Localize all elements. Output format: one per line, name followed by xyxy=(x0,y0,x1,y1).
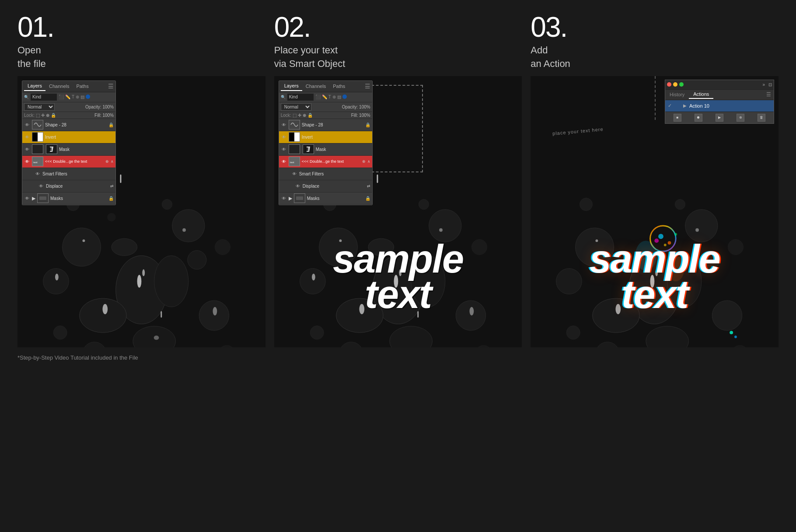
actions-stop-btn[interactable]: ■ xyxy=(674,114,681,122)
layer-name-displace-1: Displace xyxy=(46,184,108,189)
layer-name-invert-1: Invert xyxy=(45,135,114,140)
layer-row-smartobj-2[interactable]: 👁 text <<< Double...ge the text ⊕ ∧ xyxy=(279,156,372,168)
maximize-btn[interactable] xyxy=(679,82,684,87)
blend-mode-select-1[interactable]: Normal xyxy=(24,103,55,111)
actions-menu-icon[interactable]: ☰ xyxy=(764,91,774,98)
layer-eye-smart-1[interactable]: 👁 xyxy=(24,159,30,164)
layer-name-smartfilters-2: Smart Filters xyxy=(299,172,370,176)
layer-name-masks-2: Masks xyxy=(307,196,363,201)
layer-row-invert-2[interactable]: 👁 Invert xyxy=(279,131,372,144)
layer-row-mask-1[interactable]: 👁 Mask xyxy=(22,144,115,156)
layer-row-masks-2[interactable]: 👁 ▶ Masks 🔒 xyxy=(279,192,372,205)
layer-thumb-smart-1: text xyxy=(32,157,43,166)
layer-eye-invert-1[interactable]: 👁 xyxy=(24,135,30,140)
layer-eye-masks-1[interactable]: 👁 xyxy=(24,196,30,201)
steps-row: 01. Open the file xyxy=(17,9,779,347)
layer-name-mask-2: Mask xyxy=(316,147,370,152)
layer-lock-2: 🔒 xyxy=(365,122,370,127)
layer-eye-mask-2[interactable]: 👁 xyxy=(281,147,287,152)
actions-action-row[interactable]: ✓ ▶ Action 10 xyxy=(665,100,774,112)
layer-thumb-mask2-2 xyxy=(303,144,314,154)
layer-row-smartfilters-2[interactable]: 👁 Smart Filters xyxy=(279,168,372,180)
tab-history[interactable]: History xyxy=(665,91,689,98)
svg-point-45 xyxy=(399,269,401,276)
svg-rect-62 xyxy=(377,174,378,183)
svg-rect-31 xyxy=(32,145,43,154)
actions-delete-btn[interactable]: 🗑 xyxy=(758,114,765,122)
actions-header-icons: » ⊡ xyxy=(762,82,772,87)
layer-eye-smartfilters-1[interactable]: 👁 xyxy=(35,172,41,176)
step-2-canvas: sample text place your text here Layers … xyxy=(274,76,522,347)
panel-menu-icon-1[interactable]: ☰ xyxy=(108,83,114,90)
lock-label-2: Lock: xyxy=(281,113,291,118)
tab-channels-1[interactable]: Channels xyxy=(45,82,73,91)
layer-eye-masks-2[interactable]: 👁 xyxy=(281,196,287,201)
svg-point-6 xyxy=(137,275,142,287)
svg-text:text: text xyxy=(290,161,294,164)
action-name: Action 10 xyxy=(689,103,709,108)
step-1-panel-tabs: Layers Channels Paths ☰ xyxy=(22,81,115,92)
tab-paths-1[interactable]: Paths xyxy=(73,82,92,91)
tab-layers-2[interactable]: Layers xyxy=(281,81,302,91)
svg-point-55 xyxy=(312,273,315,280)
svg-point-25 xyxy=(53,326,67,339)
tab-channels-2[interactable]: Channels xyxy=(302,82,329,91)
svg-point-53 xyxy=(444,250,463,269)
actions-new-action-btn[interactable]: ⊕ xyxy=(737,114,744,122)
layer-eye-mask-1[interactable]: 👁 xyxy=(24,147,30,152)
step-2-number: 02. xyxy=(274,13,522,41)
svg-point-18 xyxy=(213,307,217,315)
layer-row-invert-1[interactable]: 👁 Invert xyxy=(22,131,115,144)
layer-name-smart-1: <<< Double...ge the text xyxy=(45,159,104,164)
layer-row-smartfilters-1[interactable]: 👁 Smart Filters xyxy=(22,168,115,180)
panel-menu-icon-2[interactable]: ☰ xyxy=(365,83,370,90)
svg-point-12 xyxy=(199,301,229,330)
actions-play-btn[interactable]: ▶ xyxy=(716,114,723,122)
search-input-1[interactable] xyxy=(31,94,57,101)
step-3-dashed-line xyxy=(655,76,656,120)
close-btn[interactable] xyxy=(667,82,671,87)
blend-mode-select-2[interactable]: Normal xyxy=(281,103,311,111)
layer-row-mask-2[interactable]: 👁 Mask xyxy=(279,144,372,156)
layer-eye-smartfilters-2[interactable]: 👁 xyxy=(291,172,297,176)
opacity-label-2: Opacity: 100% xyxy=(342,105,370,109)
svg-point-93 xyxy=(580,198,593,210)
svg-rect-67 xyxy=(289,145,300,154)
layer-row-masks-1[interactable]: 👁 ▶ Masks 🔒 xyxy=(22,192,115,205)
layer-eye-displace-2[interactable]: 👁 xyxy=(295,184,301,189)
layer-eye-displace-1[interactable]: 👁 xyxy=(38,184,44,189)
svg-point-94 xyxy=(675,199,685,209)
svg-point-19 xyxy=(154,336,159,340)
layer-row-shape28-2[interactable]: 👁 Shape - 28 🔒 xyxy=(279,119,372,131)
layer-eye-smart-2[interactable]: 👁 xyxy=(281,159,287,164)
tab-layers-1[interactable]: Layers xyxy=(24,81,45,91)
layer-eye-2[interactable]: 👁 xyxy=(281,122,287,127)
svg-point-54 xyxy=(368,238,394,256)
svg-point-2 xyxy=(63,228,101,266)
svg-rect-65 xyxy=(289,133,294,141)
tab-actions[interactable]: Actions xyxy=(689,90,713,99)
search-icons-2: ⬛ ✏️ T ⊕ ▤ xyxy=(315,94,347,99)
tab-paths-2[interactable]: Paths xyxy=(329,82,349,91)
layer-row-shape28-1[interactable]: 👁 Shape - 28 🔒 xyxy=(22,119,115,131)
layer-row-smartobj-1[interactable]: 👁 text <<< Double...ge the text ⊕ ∧ xyxy=(22,156,115,168)
step-2-title: Place your text via Smart Object xyxy=(274,44,522,71)
svg-point-15 xyxy=(188,250,206,269)
fill-label-2: Fill: 100% xyxy=(351,113,370,118)
svg-rect-30 xyxy=(38,133,43,141)
svg-point-58 xyxy=(419,199,429,209)
layer-eye-1[interactable]: 👁 xyxy=(24,122,30,127)
search-input-2[interactable] xyxy=(287,94,314,101)
svg-point-89 xyxy=(701,250,719,269)
svg-point-102 xyxy=(675,233,677,235)
layer-eye-invert-2[interactable]: 👁 xyxy=(281,135,287,140)
actions-record-btn[interactable]: ⏺ xyxy=(695,114,702,122)
svg-point-84 xyxy=(616,304,621,314)
layer-row-displace-2[interactable]: 👁 Displace ⇄ xyxy=(279,180,372,192)
svg-point-42 xyxy=(336,298,383,332)
svg-point-80 xyxy=(650,275,655,287)
svg-point-95 xyxy=(728,239,744,255)
svg-point-50 xyxy=(456,301,485,330)
layer-row-displace-1[interactable]: 👁 Displace ⇄ xyxy=(22,180,115,192)
minimize-btn[interactable] xyxy=(673,82,677,87)
